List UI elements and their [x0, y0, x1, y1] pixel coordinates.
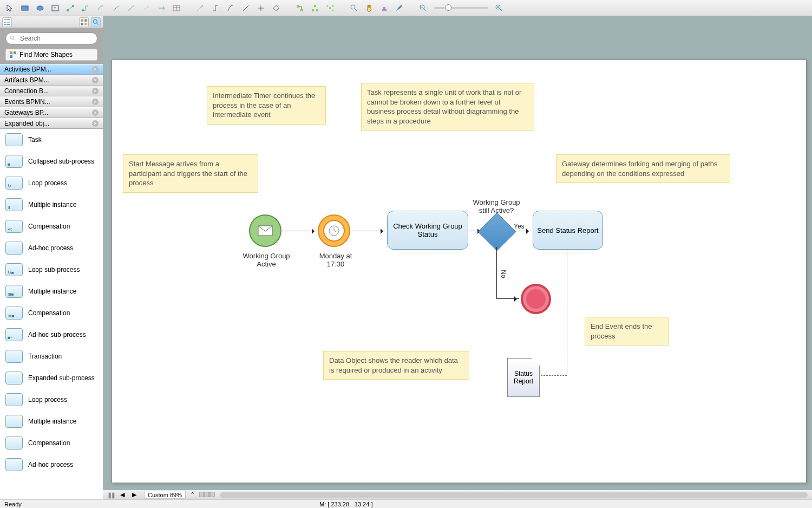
line3-icon[interactable] [224, 2, 237, 14]
shape-item[interactable]: ~Ad-hoc process [0, 237, 103, 259]
tree-tab-icon[interactable] [2, 17, 12, 27]
flow-arrow [496, 247, 497, 298]
start-event[interactable] [249, 214, 281, 247]
canvas[interactable]: Start Message arrives from a participant… [112, 60, 807, 483]
rect-tool-icon[interactable] [18, 2, 31, 14]
line5-icon[interactable] [254, 2, 267, 14]
layout3-icon[interactable] [324, 2, 337, 14]
horizontal-scrollbar[interactable] [220, 492, 808, 498]
svg-point-15 [332, 5, 334, 6]
zoom-level[interactable]: Custom 89% [144, 491, 186, 499]
close-icon[interactable]: × [92, 66, 99, 73]
status-coordinates: M: [ 233.28, -13.24 ] [319, 501, 372, 507]
search-input[interactable] [5, 32, 97, 44]
connector2-icon[interactable] [79, 2, 92, 14]
connector3-icon[interactable] [94, 2, 107, 14]
shape-thumbnail-icon [5, 393, 23, 406]
shape-item[interactable]: ↻■Loop sub-process [0, 259, 103, 281]
connector6-icon[interactable] [140, 2, 153, 14]
stepper-icon[interactable]: ⌃ [190, 491, 195, 498]
annotation-gateway[interactable]: Gateway determines forking and merging o… [556, 154, 730, 183]
annotation-end[interactable]: End Event ends the process [585, 317, 669, 346]
connector1-icon[interactable] [64, 2, 77, 14]
svg-point-26 [10, 36, 14, 39]
flow-arrow [283, 231, 317, 231]
layout1-icon[interactable] [293, 2, 306, 14]
category-header[interactable]: Artifacts BPM...× [0, 75, 103, 86]
zoom-search-icon[interactable] [348, 2, 361, 14]
svg-text:T: T [54, 6, 56, 11]
pause-icon[interactable] [107, 491, 116, 499]
zoom-in-icon[interactable] [493, 2, 506, 14]
close-icon[interactable]: × [92, 99, 99, 105]
task-check-status[interactable]: Check Working Group Status [387, 211, 468, 250]
stamp-icon[interactable] [378, 2, 391, 14]
page-thumbnails-icon[interactable] [199, 492, 215, 498]
shapes-icon [9, 51, 17, 58]
ellipse-tool-icon[interactable] [34, 2, 47, 14]
svg-rect-27 [10, 51, 12, 54]
shape-item[interactable]: Loop process [0, 389, 103, 411]
line2-icon[interactable] [209, 2, 222, 14]
shape-item[interactable]: ≪Compensation [0, 216, 103, 237]
data-object[interactable]: Status Report [507, 358, 540, 397]
svg-rect-22 [84, 19, 87, 22]
find-more-shapes[interactable]: Find More Shapes [5, 49, 97, 61]
line4-icon[interactable] [239, 2, 252, 14]
connector4-icon[interactable] [109, 2, 122, 14]
task-send-report[interactable]: Send Status Report [533, 211, 603, 250]
grid-tab-icon[interactable] [79, 17, 89, 27]
annotation-start[interactable]: Start Message arrives from a participant… [123, 154, 258, 193]
shape-thumbnail-icon: ↻ [5, 177, 23, 190]
category-header[interactable]: Connection B...× [0, 86, 103, 96]
flow-yes-label: Yes [514, 223, 525, 230]
zoom-out-icon[interactable] [417, 2, 430, 14]
shape-item[interactable]: ≪■Compensation [0, 302, 103, 324]
shape-item[interactable]: ■Collapsed sub-process [0, 151, 103, 172]
category-header[interactable]: Activities BPM...× [0, 64, 103, 75]
close-icon[interactable]: × [92, 77, 99, 83]
shape-item[interactable]: Transaction [0, 346, 103, 367]
close-icon[interactable]: × [92, 120, 99, 127]
category-header[interactable]: Expanded obj...× [0, 118, 103, 129]
gateway[interactable] [478, 213, 516, 251]
pen-icon[interactable] [393, 2, 406, 14]
shape-item[interactable]: Compensation [0, 432, 103, 454]
text-tool-icon[interactable]: T [49, 2, 62, 14]
svg-rect-34 [199, 492, 204, 497]
shape-item[interactable]: Multiple instance [0, 411, 103, 432]
zoom-slider[interactable] [434, 7, 488, 9]
line1-icon[interactable] [194, 2, 207, 14]
prev-page-icon[interactable]: ◀ [120, 491, 128, 499]
line6-icon[interactable] [270, 2, 283, 14]
shape-item[interactable]: III■Multiple instance [0, 281, 103, 302]
annotation-timer[interactable]: Intermediate Timer continues the process… [207, 86, 326, 125]
annotation-data[interactable]: Data Object shows the reader which data … [323, 351, 469, 380]
shape-thumbnail-icon: ~ [5, 242, 23, 255]
annotation-task[interactable]: Task represents a single unit of work th… [361, 83, 534, 131]
close-icon[interactable]: × [92, 88, 99, 94]
hand-tool-icon[interactable] [363, 2, 376, 14]
timer-event[interactable] [318, 214, 350, 247]
shape-item[interactable]: Expanded sub-process [0, 367, 103, 389]
select-tool-icon[interactable] [3, 2, 16, 14]
shape-item[interactable]: ↻Loop process [0, 172, 103, 194]
svg-rect-0 [22, 6, 28, 10]
close-icon[interactable]: × [92, 109, 99, 116]
data-association [567, 250, 567, 375]
svg-point-6 [82, 9, 84, 11]
table-icon[interactable] [170, 2, 183, 14]
category-header[interactable]: Events BPMN...× [0, 96, 103, 107]
shape-item[interactable]: IIMultiple instance [0, 194, 103, 216]
shape-item[interactable]: ■~Ad-hoc sub-process [0, 324, 103, 346]
envelope-icon [258, 225, 273, 236]
shape-item[interactable]: Task [0, 129, 103, 151]
end-event[interactable] [521, 284, 551, 314]
layout2-icon[interactable] [309, 2, 322, 14]
shape-item[interactable]: Ad-hoc process [0, 454, 103, 476]
category-header[interactable]: Gateways BP...× [0, 107, 103, 118]
connector7-icon[interactable] [155, 2, 168, 14]
next-page-icon[interactable]: ▶ [132, 491, 140, 499]
connector5-icon[interactable] [125, 2, 137, 14]
search-tab-icon[interactable] [91, 17, 101, 27]
